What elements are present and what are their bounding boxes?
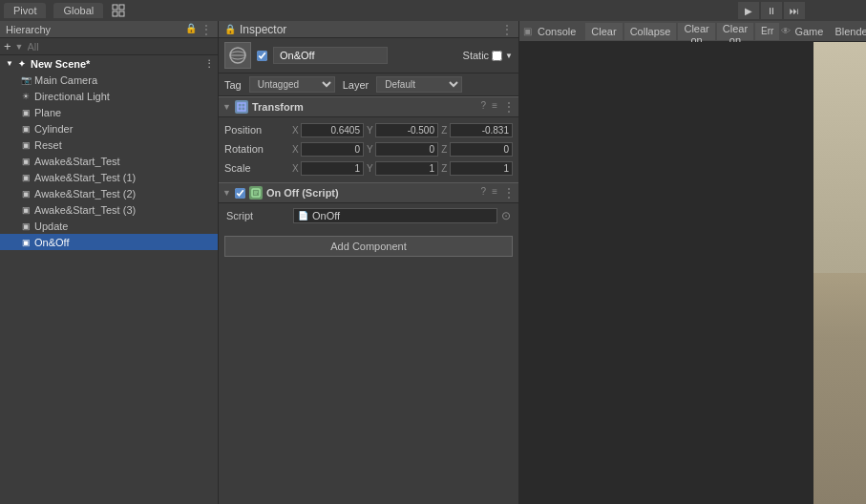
add-component-button[interactable]: Add Component (224, 236, 513, 257)
scene-expand-arrow: ▼ (4, 59, 15, 68)
script-component-header[interactable]: ▼ On Off (Script) ? ≡ ⋮ (219, 182, 518, 203)
scale-row: Scale X Y Z (224, 159, 513, 177)
scene-icon: ✦ (15, 57, 29, 71)
console-log-area (519, 42, 813, 504)
play-button[interactable]: ▶ (738, 2, 759, 19)
rotation-y-input[interactable] (375, 142, 438, 157)
svg-rect-3 (119, 11, 124, 16)
transform-collapse-arrow: ▼ (222, 102, 231, 112)
cylinder-icon: ▣ (19, 122, 32, 136)
directional-light-icon: ☀ (19, 90, 32, 103)
error-pause-button[interactable]: Err (755, 23, 779, 40)
awake-start-2-label: Awake&Start_Test (2) (34, 188, 136, 200)
script-enabled-checkbox[interactable] (235, 188, 245, 199)
pause-button[interactable]: ⏸ (761, 2, 782, 19)
hierarchy-item-awake-start-1[interactable]: ▣ Awake&Start_Test (1) (0, 169, 218, 185)
scale-y-input[interactable] (375, 161, 438, 176)
transform-icon (235, 100, 248, 114)
position-y-input[interactable] (375, 123, 438, 137)
awake-start-1-label: Awake&Start_Test (1) (34, 172, 136, 183)
scene-menu-icon[interactable]: ⋮ (204, 58, 218, 69)
scale-z-axis: Z (440, 163, 449, 174)
hierarchy-item-cylinder[interactable]: ▣ Cylinder (0, 120, 218, 136)
hierarchy-item-on-off[interactable]: ▣ On&Off (0, 234, 218, 250)
global-tab[interactable]: Global (53, 3, 103, 18)
scale-x-input[interactable] (301, 161, 364, 176)
tag-dropdown[interactable]: Untagged (249, 76, 335, 93)
inspector-lock-icon[interactable]: 🔒 (224, 24, 236, 34)
inspector-object-header: Static ▼ (219, 38, 518, 74)
hierarchy-search-input[interactable] (28, 41, 214, 52)
script-file-icon: 📄 (298, 211, 308, 220)
transform-help-icon[interactable]: ? (481, 100, 487, 114)
static-label: Static (463, 50, 490, 61)
hierarchy-item-main-camera[interactable]: 📷 Main Camera (0, 72, 218, 88)
pivot-tab[interactable]: Pivot (4, 3, 46, 18)
scale-z-field: Z (440, 161, 513, 176)
hierarchy-menu-icon[interactable]: ⋮ (201, 23, 212, 36)
position-z-input[interactable] (450, 123, 513, 137)
layer-dropdown[interactable]: Default (376, 76, 462, 93)
script-menu-icon[interactable]: ⋮ (503, 186, 515, 200)
script-settings-icon[interactable]: ≡ (492, 186, 497, 200)
right-panel: ▣ Console Clear Collapse Clear on Play C… (519, 21, 866, 504)
transform-component-header[interactable]: ▼ Transform ? ≡ ⋮ (219, 96, 518, 117)
static-dropdown-arrow[interactable]: ▼ (505, 52, 513, 60)
awake-start-icon: ▣ (19, 155, 32, 168)
scale-label: Scale (224, 162, 291, 174)
main-camera-label: Main Camera (34, 74, 97, 86)
transform-settings-icon[interactable]: ≡ (492, 100, 497, 114)
object-name-input[interactable] (273, 47, 388, 64)
main-camera-icon: 📷 (19, 74, 32, 87)
scale-fields: X Y Z (291, 161, 513, 176)
inspector-content: Static ▼ Tag Untagged Layer Default (219, 38, 518, 504)
hierarchy-item-update[interactable]: ▣ Update (0, 218, 218, 234)
rotation-z-input[interactable] (450, 142, 513, 157)
scene-root-label: New Scene* (31, 58, 90, 70)
reset-label: Reset (34, 139, 62, 151)
script-target-icon[interactable]: ⊙ (501, 209, 511, 222)
inspector-menu-icon[interactable]: ⋮ (501, 23, 513, 36)
clear-on-play-button[interactable]: Clear on Play (678, 23, 714, 40)
awake-start-1-icon: ▣ (19, 171, 32, 184)
script-value-field: 📄 OnOff (293, 208, 497, 223)
rotation-fields: X Y Z (291, 142, 513, 157)
rotation-y-axis: Y (366, 144, 374, 155)
position-x-axis: X (291, 125, 300, 136)
collapse-button[interactable]: Collapse (624, 23, 677, 40)
hierarchy-item-reset[interactable]: ▣ Reset (0, 136, 218, 153)
clear-button[interactable]: Clear (585, 23, 622, 40)
top-bar: Pivot Global ▶ ⏸ ⏭ (0, 0, 866, 21)
eye-icon[interactable]: 👁 (781, 26, 791, 36)
transform-body: Position X Y Z (219, 117, 518, 182)
hierarchy-item-awake-start[interactable]: ▣ Awake&Start_Test (0, 153, 218, 169)
position-label: Position (224, 124, 291, 136)
rotation-x-axis: X (291, 144, 300, 155)
on-off-label: On&Off (34, 237, 69, 248)
add-hierarchy-button[interactable]: + (4, 39, 11, 53)
play-controls: ▶ ⏸ ⏭ (738, 2, 805, 19)
position-x-field: X (291, 123, 364, 137)
position-x-input[interactable] (301, 123, 364, 137)
grid-icon[interactable] (111, 3, 126, 18)
position-y-axis: Y (366, 125, 374, 136)
hierarchy-item-directional-light[interactable]: ☀ Directional Light (0, 88, 218, 104)
scale-z-input[interactable] (450, 161, 513, 176)
hierarchy-item-awake-start-3[interactable]: ▣ Awake&Start_Test (3) (0, 201, 218, 218)
transform-title: Transform (252, 101, 304, 113)
scene-root-item[interactable]: ▼ ✦ New Scene* ⋮ (0, 55, 218, 72)
static-checkbox[interactable] (492, 51, 502, 61)
step-button[interactable]: ⏭ (784, 2, 805, 19)
object-active-checkbox[interactable] (257, 51, 267, 61)
plane-icon: ▣ (19, 106, 32, 119)
transform-menu-icon[interactable]: ⋮ (503, 100, 515, 114)
hierarchy-lock-icon[interactable]: 🔒 (185, 23, 197, 36)
script-help-icon[interactable]: ? (481, 186, 487, 200)
position-z-axis: Z (440, 125, 449, 136)
add-dropdown-arrow[interactable]: ▼ (15, 42, 24, 52)
clear-on-build-button[interactable]: Clear on Build (717, 23, 753, 40)
rotation-x-input[interactable] (301, 142, 364, 157)
hierarchy-item-plane[interactable]: ▣ Plane (0, 104, 218, 120)
static-checkbox-group: Static ▼ (463, 50, 513, 61)
hierarchy-item-awake-start-2[interactable]: ▣ Awake&Start_Test (2) (0, 185, 218, 201)
